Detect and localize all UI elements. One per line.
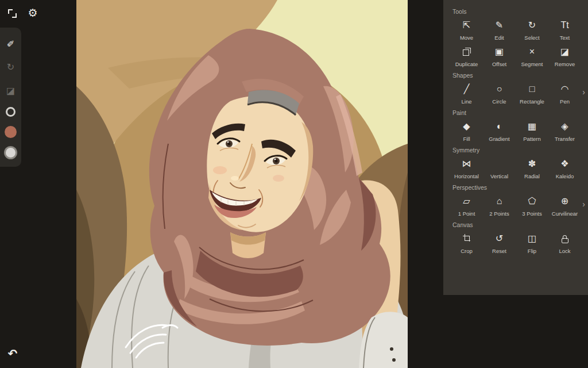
stroke-swatch[interactable] — [6, 107, 16, 117]
tool-duplicate[interactable]: Duplicate — [450, 43, 483, 70]
expand-icon — [8, 9, 17, 18]
tool-label-offset: Offset — [492, 61, 506, 67]
tool-transfer[interactable]: ◈ Transfer — [548, 118, 581, 144]
pen-icon: ◠ — [561, 82, 569, 97]
panel-section-shapes: Shapes ╱ Line ○ Circle □ Rectangle ◠ Pen… — [443, 72, 588, 107]
undo-button[interactable]: ↶ — [5, 346, 20, 361]
brush-icon: ✐ — [7, 39, 14, 49]
circle-icon: ○ — [497, 82, 502, 97]
expand-button[interactable] — [5, 6, 20, 21]
scroll-chevron-icon[interactable]: › — [582, 88, 585, 96]
tool-remove[interactable]: ◪ Remove — [548, 43, 581, 70]
radial-icon: ✽ — [528, 156, 536, 171]
section-row: Duplicate ▣ Offset × Segment ◪ Remove — [443, 43, 588, 70]
tool-pen[interactable]: ◠ Pen — [548, 80, 581, 107]
tool-segment[interactable]: × Segment — [516, 43, 548, 70]
tool-reset[interactable]: ↺ Reset — [483, 230, 516, 256]
tool-label-1-point: 1 Point — [458, 210, 475, 217]
tools-panel: Tools ⇱ Move ✎ Edit ↻ Select Tt Text Dup… — [443, 0, 588, 295]
tool-crop[interactable]: Crop — [450, 230, 483, 256]
tool-curvilinear[interactable]: ⊕ Curvilinear — [548, 193, 581, 219]
rectangle-icon: □ — [529, 82, 535, 97]
remove-icon: ◪ — [560, 44, 569, 59]
duplicate-icon — [463, 44, 471, 59]
tool-text[interactable]: Tt Text — [548, 17, 581, 43]
lock-icon — [562, 238, 568, 243]
panel-section-tools: Tools ⇱ Move ✎ Edit ↻ Select Tt Text Dup… — [443, 8, 588, 70]
select-icon: ↻ — [528, 18, 536, 33]
section-title-canvas: Canvas — [443, 221, 588, 228]
tool-circle[interactable]: ○ Circle — [483, 80, 516, 107]
tool-label-radial: Radial — [524, 173, 540, 179]
tool-lock[interactable]: Lock — [548, 230, 581, 256]
tool-fill[interactable]: ◆ Fill — [450, 118, 483, 144]
section-row: ╱ Line ○ Circle □ Rectangle ◠ Pen — [443, 80, 588, 107]
point2-icon: ⌂ — [497, 194, 502, 209]
tool-radial[interactable]: ✽ Radial — [516, 155, 548, 182]
tool-move[interactable]: ⇱ Move — [450, 17, 483, 43]
fill-color-swatch[interactable] — [5, 126, 17, 138]
tool-vertical[interactable]: Vertical — [483, 155, 516, 182]
tool-flip[interactable]: ◫ Flip — [516, 230, 548, 256]
text-icon: Tt — [560, 18, 568, 33]
tool-1-point[interactable]: ▱ 1 Point — [450, 193, 483, 219]
tool-rectangle[interactable]: □ Rectangle — [516, 80, 548, 107]
transfer-icon: ◈ — [561, 119, 568, 134]
tool-label-line: Line — [462, 98, 472, 105]
horizontal-icon: ⋈ — [462, 156, 471, 171]
select-rotate-tool-button[interactable]: ↻ — [4, 60, 18, 74]
tool-label-lock: Lock — [559, 248, 570, 254]
tool-3-points[interactable]: ⬠ 3 Points — [516, 193, 548, 219]
segment-icon: × — [529, 44, 535, 59]
crop-icon — [463, 235, 471, 243]
panel-section-canvas: Canvas Crop ↺ Reset ◫ Flip Lock — [443, 221, 588, 256]
settings-button[interactable]: ⚙ — [25, 5, 40, 20]
tool-label-move: Move — [460, 34, 473, 41]
eraser-tool-button[interactable]: ◪ — [4, 83, 18, 97]
tool-kaleido[interactable]: ❖ Kaleido — [548, 155, 581, 182]
gradient-icon: ◐ — [497, 119, 502, 134]
tool-label-kaleido: Kaleido — [556, 173, 574, 179]
tool-label-curvilinear: Curvilinear — [552, 210, 578, 217]
drawing-canvas[interactable] — [76, 0, 408, 368]
line-icon: ╱ — [464, 82, 470, 97]
tool-label-crop: Crop — [461, 248, 473, 254]
kaleido-icon: ❖ — [560, 156, 568, 171]
tool-label-horizontal: Horizontal — [454, 173, 479, 179]
tool-offset[interactable]: ▣ Offset — [483, 43, 516, 70]
curvilinear-icon: ⊕ — [561, 194, 568, 209]
tool-label-pen: Pen — [560, 98, 570, 105]
artwork-illustration — [76, 0, 408, 368]
tool-label-rectangle: Rectangle — [520, 98, 544, 105]
tool-horizontal[interactable]: ⋈ Horizontal — [450, 155, 483, 182]
undo-icon: ↶ — [8, 347, 18, 361]
section-row: Crop ↺ Reset ◫ Flip Lock — [443, 230, 588, 256]
tool-pattern[interactable]: ▦ Pattern — [516, 118, 548, 144]
point3-icon: ⬠ — [528, 194, 536, 209]
tool-gradient[interactable]: ◐ Gradient — [483, 118, 516, 144]
tool-label-gradient: Gradient — [489, 136, 509, 142]
tool-2-points[interactable]: ⌂ 2 Points — [483, 193, 516, 219]
tool-label-text: Text — [560, 34, 570, 41]
tool-select[interactable]: ↻ Select — [516, 17, 548, 43]
scroll-chevron-icon[interactable]: › — [582, 200, 585, 208]
secondary-color-swatch[interactable] — [6, 148, 16, 158]
eraser-icon: ◪ — [6, 85, 15, 96]
section-row: ◆ Fill ◐ Gradient ▦ Pattern ◈ Transfer — [443, 118, 588, 144]
tool-label-circle: Circle — [492, 98, 506, 105]
point1-icon: ▱ — [463, 194, 470, 209]
rotate-select-icon: ↻ — [7, 62, 14, 72]
tool-edit[interactable]: ✎ Edit — [483, 17, 516, 43]
section-title-shapes: Shapes — [443, 72, 588, 79]
crop-icon — [463, 231, 471, 246]
tool-label-segment: Segment — [521, 61, 543, 67]
tool-label-remove: Remove — [555, 61, 575, 67]
duplicate-icon — [463, 48, 471, 56]
section-title-symmetry: Symmetry — [443, 147, 588, 154]
section-title-perspectives: Perspectives — [443, 184, 588, 191]
pattern-icon: ▦ — [528, 119, 536, 134]
brush-tool-button[interactable]: ✐ — [4, 37, 18, 51]
section-row: ⋈ Horizontal Vertical ✽ Radial ❖ Kaleido — [443, 155, 588, 182]
tool-line[interactable]: ╱ Line — [450, 80, 483, 107]
tool-label-vertical: Vertical — [490, 173, 508, 179]
